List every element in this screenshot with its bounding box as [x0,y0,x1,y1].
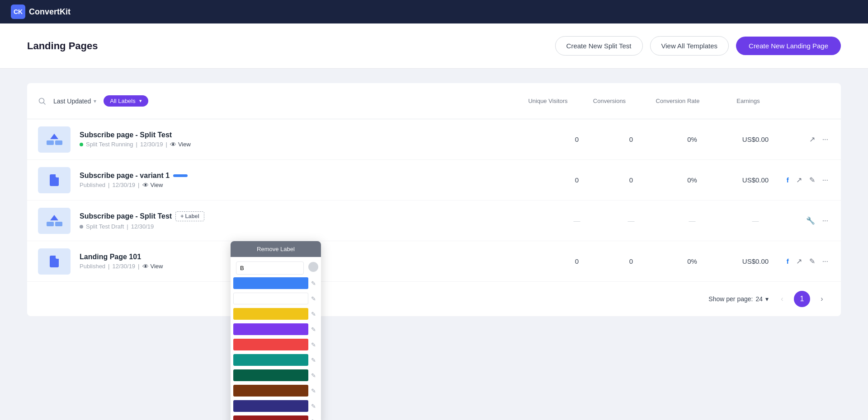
color-row-white: ✎ [231,291,321,306]
status-separator: | [108,182,109,188]
status-dot-running-icon [80,143,83,146]
header-actions: Create New Split Test View All Templates… [555,36,841,56]
edit-button[interactable]: ✎ [807,255,817,267]
color-row-brown: ✎ [231,383,321,398]
view-separator: | [138,263,139,270]
label-name-input[interactable] [236,261,304,275]
conversion-rate-cell: — [658,217,726,224]
page-icon [50,174,59,186]
trend-button[interactable]: ↗ [807,133,817,145]
conversions-cell: — [604,217,658,224]
color-swatch-yellow[interactable] [233,308,308,320]
page-header: Landing Pages Create New Split Test View… [0,23,868,69]
edit-color-purple-icon[interactable]: ✎ [308,326,318,333]
page-name-text: Subscribe page - variant 1 [80,172,170,180]
row-thumbnail [38,248,71,275]
split-test-icon [47,134,62,145]
svg-line-1 [44,103,46,104]
edit-color-blue-icon[interactable]: ✎ [308,280,318,287]
color-swatch-blue[interactable] [233,277,308,289]
page-1-button[interactable]: 1 [794,291,810,307]
facebook-button[interactable]: f [785,256,791,267]
color-swatch-teal[interactable] [233,354,308,366]
color-row-blue: ✎ [231,275,321,291]
edit-color-navy-icon[interactable]: ✎ [308,403,318,410]
view-link[interactable]: 👁 View [170,141,191,148]
color-row-red: ✎ [231,337,321,352]
label-badge[interactable] [173,174,188,177]
create-landing-page-button[interactable]: Create New Landing Page [736,37,841,55]
edit-color-yellow-icon[interactable]: ✎ [308,311,318,317]
edit-color-green-icon[interactable]: ✎ [308,372,318,379]
view-link[interactable]: 👁 View [142,263,163,270]
edit-color-brown-icon[interactable]: ✎ [308,387,318,394]
more-options-button[interactable]: ··· [821,256,830,267]
eye-icon: 👁 [142,182,149,189]
row-data: 0 0 0% US$0.00 f ↗ ✎ ··· [550,255,830,267]
confirm-icon[interactable] [308,262,318,272]
search-icon [38,97,46,105]
more-options-button[interactable]: ··· [821,215,830,227]
triangle-icon [50,215,58,220]
status-dot-draft-icon [80,225,83,229]
earnings-cell: US$0.00 [726,257,785,265]
edit-color-darkred-icon[interactable]: ✎ [308,418,318,420]
label-filter-dropdown[interactable]: All Labels ▾ [104,95,148,107]
status-text: Split Test Running [86,141,133,148]
label-filter-chevron-icon: ▾ [139,98,142,104]
show-per-page-dropdown[interactable]: Show per page: 24 ▾ [708,295,769,303]
color-row-teal: ✎ [231,352,321,368]
color-swatch-white[interactable] [233,293,308,304]
row-name: Subscribe page - variant 1 [80,172,550,180]
search-button[interactable] [38,97,46,105]
view-text: View [178,141,191,148]
view-separator: | [138,182,139,188]
color-swatch-darkred[interactable] [233,415,308,420]
edit-color-white-icon[interactable]: ✎ [308,295,318,302]
check-icon [311,265,316,269]
page-title: Landing Pages [27,40,98,52]
pagination-row: Show per page: 24 ▾ ‹ 1 › [27,282,841,316]
add-label-badge[interactable]: + Label [175,211,204,221]
color-swatch-green[interactable] [233,369,308,381]
trend-button[interactable]: ↗ [794,174,804,186]
edit-button[interactable]: ✎ [807,174,817,186]
logo-mark: CK [11,5,25,19]
date-text: 12/30/19 [113,263,136,270]
page-icon [50,256,59,267]
view-text: View [151,182,163,188]
view-text: View [151,263,163,270]
edit-color-red-icon[interactable]: ✎ [308,341,318,348]
col-conversion-rate: Conversion Rate [644,92,712,110]
sort-dropdown[interactable]: Last Updated ▾ [53,98,96,105]
row-status: Split Test Draft | 12/30/19 [80,223,550,230]
date-text: 12/30/19 [113,182,136,188]
view-all-templates-button[interactable]: View All Templates [650,36,729,56]
split-rect-right-icon [55,222,62,226]
trend-button[interactable]: ↗ [794,255,804,267]
settings-button[interactable]: 🔧 [804,215,817,227]
row-name: Subscribe page - Split Test [80,131,550,139]
prev-page-button[interactable]: ‹ [774,291,790,307]
color-swatch-red[interactable] [233,339,308,350]
facebook-button[interactable]: f [785,174,791,186]
table-row: Subscribe page - Split Test Split Test R… [27,119,841,160]
conversions-cell: 0 [604,176,658,184]
table-row: Landing Page 101 Published | 12/30/19 | … [27,241,841,282]
view-link[interactable]: 👁 View [142,182,163,189]
next-page-button[interactable]: › [814,291,830,307]
color-swatch-brown[interactable] [233,385,308,397]
row-status: Split Test Running | 12/30/19 | 👁 View [80,141,550,148]
main-content: Last Updated ▾ All Labels ▾ Unique Visit… [0,69,868,331]
earnings-cell: US$0.00 [726,176,785,184]
color-swatch-purple[interactable] [233,323,308,335]
row-thumbnail [38,208,71,234]
color-swatch-navy[interactable] [233,400,308,412]
col-earnings: Earnings [719,92,778,110]
remove-label-button[interactable]: Remove Label [231,241,321,257]
more-options-button[interactable]: ··· [821,134,830,145]
edit-color-teal-icon[interactable]: ✎ [308,357,318,364]
create-split-test-button[interactable]: Create New Split Test [555,36,643,56]
color-row-purple: ✎ [231,322,321,337]
more-options-button[interactable]: ··· [821,174,830,186]
